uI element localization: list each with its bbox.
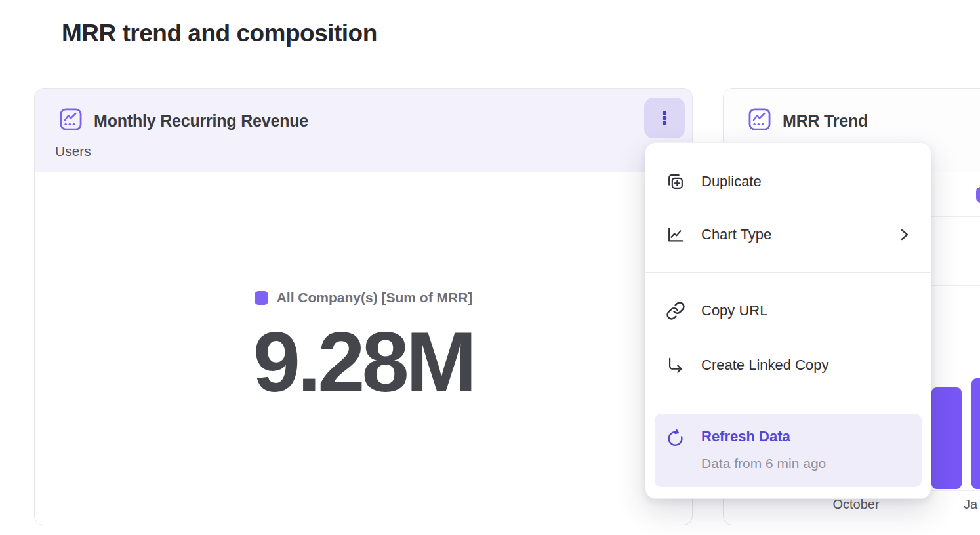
- menu-divider: [645, 272, 931, 273]
- legend-label: All Company(s) [Sum of MRR]: [277, 290, 473, 306]
- chevron-right-icon: [900, 229, 909, 241]
- bar-october: [931, 387, 962, 489]
- legend-swatch: [255, 291, 268, 305]
- refresh-data-label: Refresh Data: [701, 428, 790, 445]
- menu-divider: [645, 403, 931, 403]
- menu-item-label: Duplicate: [701, 173, 762, 190]
- menu-item-refresh-data[interactable]: Refresh Data Data from 6 min ago: [655, 414, 922, 487]
- refresh-icon: [666, 428, 685, 448]
- dashboard: MRR trend and composition Monthly Recurr…: [0, 0, 980, 535]
- card-menu-button[interactable]: [644, 98, 685, 138]
- menu-item-label: Copy URL: [701, 302, 767, 319]
- x-tick-october: October: [816, 497, 896, 512]
- mrr-kpi-card-header: Monthly Recurring Revenue Users: [35, 89, 692, 172]
- menu-item-copy-url[interactable]: Copy URL: [645, 291, 931, 330]
- kebab-icon: [655, 108, 674, 128]
- menu-item-duplicate[interactable]: Duplicate: [645, 162, 931, 201]
- menu-item-label: Chart Type: [701, 226, 771, 243]
- chart-type-icon: [666, 225, 685, 245]
- refresh-data-timestamp: Data from 6 min ago: [701, 456, 826, 471]
- trend-legend-swatch: [976, 187, 980, 203]
- mrr-kpi-card: Monthly Recurring Revenue Users All Comp…: [34, 88, 693, 525]
- menu-item-label: Create Linked Copy: [701, 357, 828, 374]
- menu-item-create-linked-copy[interactable]: Create Linked Copy: [645, 346, 931, 385]
- page-title: MRR trend and composition: [62, 20, 377, 47]
- menu-item-chart-type[interactable]: Chart Type: [645, 215, 931, 254]
- chart-icon: [748, 108, 771, 131]
- link-icon: [666, 301, 685, 321]
- mrr-card-title: Monthly Recurring Revenue: [94, 111, 308, 130]
- kpi-value: 9.28M: [35, 319, 692, 405]
- trend-card-title: MRR Trend: [783, 111, 868, 130]
- chart-icon: [59, 108, 83, 131]
- card-context-menu: Duplicate Chart Type: [645, 142, 931, 499]
- mrr-card-subtitle: Users: [55, 144, 91, 159]
- bar-january: [971, 378, 980, 489]
- linked-copy-arrow-icon: [666, 355, 685, 375]
- duplicate-icon: [666, 172, 685, 191]
- x-tick-january: Ja: [964, 497, 977, 512]
- kpi-legend: All Company(s) [Sum of MRR]: [35, 288, 692, 307]
